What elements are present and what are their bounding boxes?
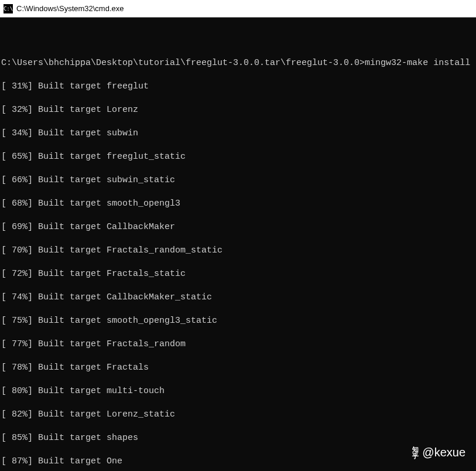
prompt-path: C:\Users\bhchippa\Desktop\tutorial\freeg… xyxy=(1,57,365,69)
build-output-line: [ 85%] Built target shapes xyxy=(1,432,475,444)
build-output-line: [ 87%] Built target One xyxy=(1,456,475,467)
build-output-line: [ 75%] Built target smooth_opengl3_stati… xyxy=(1,315,475,327)
terminal-output[interactable]: C:\Users\bhchippa\Desktop\tutorial\freeg… xyxy=(0,18,476,471)
build-output-line: [ 32%] Built target Lorenz xyxy=(1,104,475,116)
build-output-line: [ 80%] Built target multi-touch xyxy=(1,385,475,397)
build-output-line: [ 66%] Built target subwin_static xyxy=(1,175,475,186)
build-output-line: [ 31%] Built target freeglut xyxy=(1,81,475,93)
build-output-line: [ 70%] Built target Fractals_random_stat… xyxy=(1,245,475,257)
build-output-line: [ 74%] Built target CallbackMaker_static xyxy=(1,292,475,303)
build-output-line: [ 65%] Built target freeglut_static xyxy=(1,151,475,163)
zhihu-logo-icon: 知乎 xyxy=(412,446,419,459)
build-output-line: [ 82%] Built target Lorenz_static xyxy=(1,409,475,421)
prompt-line: C:\Users\bhchippa\Desktop\tutorial\freeg… xyxy=(1,57,475,69)
window-title: C:\Windows\System32\cmd.exe xyxy=(16,4,124,13)
cmd-icon: C:\ xyxy=(4,4,13,13)
build-output-line: [ 34%] Built target subwin xyxy=(1,128,475,139)
build-output-line: [ 77%] Built target Fractals_random xyxy=(1,339,475,350)
build-output-line: [ 78%] Built target Fractals xyxy=(1,362,475,374)
build-output-line: [ 68%] Built target smooth_opengl3 xyxy=(1,198,475,210)
watermark: 知乎 @kexue xyxy=(412,446,465,459)
build-output-line: [ 72%] Built target Fractals_static xyxy=(1,268,475,280)
command-text: mingw32-make install xyxy=(365,57,470,69)
build-output-line: [ 69%] Built target CallbackMaker xyxy=(1,221,475,233)
watermark-text: @kexue xyxy=(422,446,465,459)
window-titlebar[interactable]: C:\ C:\Windows\System32\cmd.exe xyxy=(0,0,476,18)
